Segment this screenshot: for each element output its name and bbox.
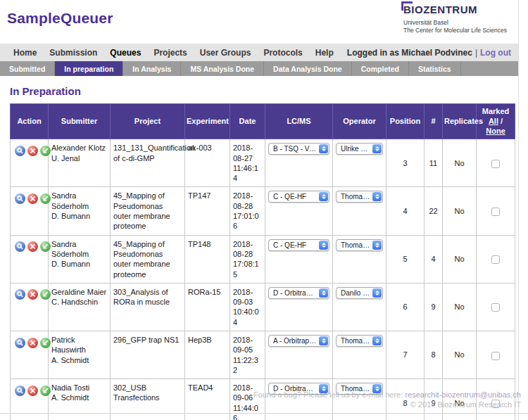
- logo-line1: Universität Basel: [403, 19, 527, 27]
- main-nav: HomeSubmissionQueuesProjectsUser GroupsP…: [0, 44, 518, 61]
- operator-select[interactable]: Thomas Bock: [336, 191, 383, 203]
- action-return-icon[interactable]: [40, 241, 51, 252]
- submitter-pi: D. Bumann: [51, 211, 107, 221]
- select-stepper-icon: [319, 192, 328, 201]
- submitter-name: Geraldine Maier: [51, 287, 107, 297]
- lcms-select-value: C - QE-HF: [273, 241, 306, 250]
- nav-item-home[interactable]: Home: [7, 48, 43, 58]
- mark-all-link[interactable]: All: [489, 117, 498, 125]
- nav-separator: |: [475, 48, 477, 58]
- tab-in-preparation[interactable]: In preparation: [55, 61, 123, 76]
- nav-item-help[interactable]: Help: [309, 48, 340, 58]
- action-cell: [11, 139, 49, 187]
- action-delete-icon[interactable]: [27, 338, 38, 348]
- content-wrapper: SampleQueuer BIOZENTRUM Universität Base…: [0, 0, 519, 420]
- select-stepper-icon: [372, 144, 382, 153]
- select-stepper-icon: [372, 288, 382, 298]
- logout-link[interactable]: Log out: [480, 48, 511, 58]
- table-row: Alexander KlotzU. Jenal131_131_Quantific…: [11, 139, 515, 187]
- footer-email-link[interactable]: researchit-biozentrum@unibas.ch: [405, 390, 521, 399]
- biozentrum-logo: BIOZENTRUM Universität Basel The Center …: [401, 4, 527, 35]
- action-return-icon[interactable]: [40, 338, 51, 348]
- count-cell: 4: [425, 235, 443, 283]
- operator-select-value: Thomas Bock: [341, 241, 370, 250]
- submitter-cell: Sandra SöderholmD. Bumann: [49, 187, 111, 235]
- marked-checkbox[interactable]: [491, 160, 500, 168]
- marked-checkbox[interactable]: [491, 208, 500, 216]
- action-return-icon[interactable]: [40, 146, 51, 156]
- queue-tabbar: SubmittedIn preparationIn AnalysisMS Ana…: [0, 61, 518, 76]
- replicates-cell: No: [443, 331, 477, 379]
- marked-checkbox[interactable]: [491, 352, 500, 360]
- select-stepper-icon: [319, 144, 328, 153]
- count-cell: 11: [425, 139, 443, 187]
- table-row: Geraldine MaierC. Handschin303_Analysis …: [11, 283, 515, 331]
- col-header-replicates: Replicates: [443, 104, 477, 139]
- count-cell: 22: [425, 187, 443, 235]
- tab-completed[interactable]: Completed: [352, 61, 409, 76]
- operator-select[interactable]: Ulrike Lanner: [336, 143, 383, 155]
- action-view-icon[interactable]: [15, 289, 25, 300]
- date-cell: 2018-09-05 11:22:32: [230, 331, 265, 379]
- marked-checkbox[interactable]: [491, 303, 500, 312]
- action-view-icon[interactable]: [15, 338, 25, 348]
- lcms-select[interactable]: B - TSQ - Vantage: [268, 143, 329, 155]
- operator-select[interactable]: Thomas Bock: [336, 335, 383, 347]
- footer-bug-line: Found a bug? Please tell us by e-mail he…: [0, 390, 521, 399]
- tab-statistics[interactable]: Statistics: [409, 61, 461, 76]
- nav-item-user-groups[interactable]: User Groups: [194, 48, 258, 58]
- table-row: Sandra SöderholmD. Bumann45_Mapping of P…: [11, 187, 515, 235]
- lcms-cell: A - Orbitrap Elite 1: [265, 331, 333, 379]
- footer-copyright: © 2017 Biozentrum Research IT: [0, 400, 521, 409]
- action-delete-icon[interactable]: [27, 289, 38, 300]
- operator-select[interactable]: Danilo Ritz: [336, 287, 383, 299]
- submitter-pi: D. Bumann: [51, 259, 107, 269]
- action-delete-icon[interactable]: [27, 241, 38, 252]
- action-delete-icon[interactable]: [27, 146, 38, 156]
- operator-select[interactable]: Thomas Bock: [336, 239, 383, 251]
- table-row: Patrick HauswirthA. Schmidt296_GFP trap …: [11, 331, 515, 379]
- operator-cell: Thomas Bock: [333, 187, 386, 235]
- tab-ms-analysis-done[interactable]: MS Analysis Done: [181, 61, 264, 76]
- nav-item-submission[interactable]: Submission: [43, 48, 103, 58]
- experiment-cell: TP148: [185, 235, 230, 283]
- action-view-icon[interactable]: [15, 241, 25, 252]
- action-view-icon[interactable]: [15, 193, 25, 204]
- project-cell: 303_Analysis of RORa in muscle: [111, 283, 185, 331]
- lcms-select[interactable]: C - QE-HF: [268, 239, 329, 251]
- submitter-cell: Geraldine MaierC. Handschin: [49, 283, 111, 331]
- tab-in-analysis[interactable]: In Analysis: [123, 61, 181, 76]
- action-cell: [11, 187, 49, 235]
- lcms-select[interactable]: C - QE-HF: [268, 191, 329, 203]
- position-cell: 4: [386, 187, 425, 235]
- action-view-icon[interactable]: [15, 146, 25, 156]
- marked-links-sep: /: [498, 117, 503, 125]
- marked-cell: [477, 187, 515, 235]
- select-stepper-icon: [372, 336, 382, 345]
- action-return-icon[interactable]: [40, 193, 51, 204]
- count-cell: 9: [425, 283, 443, 331]
- experiment-cell: TP147: [185, 187, 230, 235]
- lcms-select[interactable]: D - Orbitrap Lumos: [268, 287, 329, 299]
- lcms-cell: C - QE-HF: [265, 235, 333, 283]
- action-return-icon[interactable]: [40, 289, 51, 300]
- tab-submitted[interactable]: Submitted: [0, 61, 55, 76]
- lcms-cell: D - Orbitrap Lumos: [265, 283, 333, 331]
- marked-checkbox[interactable]: [491, 255, 500, 264]
- mark-none-link[interactable]: None: [486, 127, 505, 135]
- logo-line2: The Center for Molecular Life Sciences: [403, 27, 527, 34]
- tab-data-analysis-done[interactable]: Data Analysis Done: [264, 61, 352, 76]
- action-cell: [11, 331, 49, 379]
- header: SampleQueuer BIOZENTRUM Universität Base…: [0, 0, 518, 44]
- nav-item-projects[interactable]: Projects: [147, 48, 193, 58]
- col-header-count: #: [425, 104, 443, 139]
- lcms-select-value: B - TSQ - Vantage: [273, 144, 317, 153]
- date-cell: 2018-08-28 17:08:15: [230, 235, 265, 283]
- lcms-select[interactable]: A - Orbitrap Elite 1: [268, 335, 329, 347]
- nav-item-protocols[interactable]: Protocols: [257, 48, 308, 58]
- nav-item-queues[interactable]: Queues: [103, 48, 147, 58]
- operator-cell: Thomas Bock: [333, 235, 386, 283]
- operator-cell: Danilo Ritz: [333, 283, 386, 331]
- action-delete-icon[interactable]: [27, 193, 38, 204]
- submitter-name: Patrick Hauswirth: [51, 335, 107, 355]
